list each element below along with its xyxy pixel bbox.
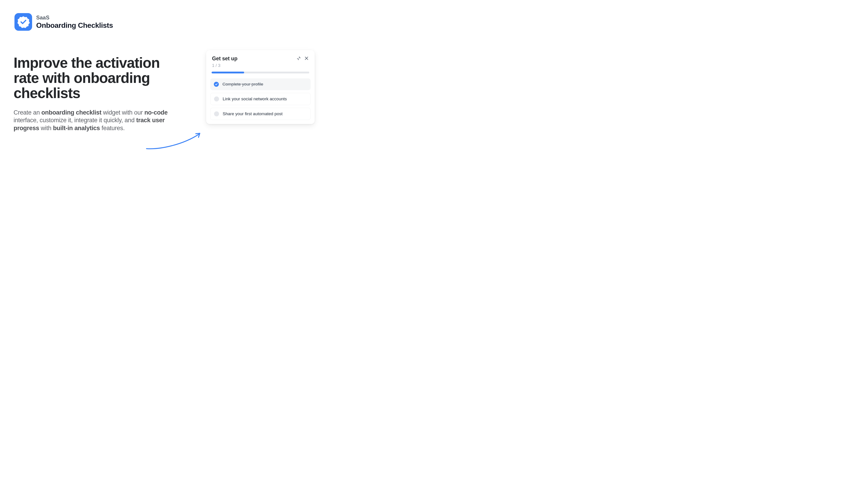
minimize-button[interactable] (297, 56, 301, 61)
widget-header: Get set up (210, 56, 311, 62)
widget-title: Get set up (212, 56, 237, 62)
onboarding-widget: Get set up 1 / 3 Complete your profile (206, 50, 315, 124)
checklist-item-label: Complete your profile (222, 82, 264, 87)
hero-text-bold: built-in analytics (53, 125, 100, 131)
minimize-icon (297, 56, 301, 60)
hero-text-bold: onboarding checklist (41, 109, 101, 116)
brand-text: SaaS Onboarding Checklists (36, 14, 113, 30)
checklist-item-label: Link your social network accounts (223, 96, 287, 101)
close-button[interactable] (304, 56, 309, 61)
close-icon (305, 56, 309, 60)
hero-text-fragment: with (39, 125, 53, 131)
progress-bar (212, 72, 309, 73)
brand-title: Onboarding Checklists (36, 21, 113, 30)
checklist-item-label: Share your first automated post (223, 111, 283, 116)
hero-subtext: Create an onboarding checklist widget wi… (13, 109, 172, 132)
widget-progress-counter: 1 / 3 (210, 63, 311, 68)
checklist-item[interactable]: Complete your profile (210, 78, 311, 90)
check-circle-pending-icon (214, 111, 219, 116)
hero-text-fragment: widget with our (101, 109, 145, 116)
checklist-item[interactable]: Share your first automated post (210, 108, 311, 120)
hero-text-fragment: features. (100, 125, 125, 131)
hero-text-bold: no-code (145, 109, 168, 116)
hero-section: Improve the activation rate with onboard… (13, 55, 185, 132)
logo-icon (14, 13, 32, 31)
hero-text-fragment: interface, customize it, integrate it qu… (13, 117, 136, 124)
widget-controls (297, 56, 309, 61)
brand-header: SaaS Onboarding Checklists (14, 13, 113, 31)
hero-headline: Improve the activation rate with onboard… (13, 55, 185, 101)
curved-arrow-icon (145, 131, 204, 151)
checklist-item[interactable]: Link your social network accounts (210, 93, 311, 105)
hero-text-fragment: Create an (13, 109, 41, 116)
badge-check-icon (17, 15, 30, 29)
progress-fill (212, 72, 244, 73)
checklist: Complete your profile Link your social n… (210, 78, 311, 120)
check-circle-done-icon (214, 82, 219, 87)
brand-subtitle: SaaS (36, 14, 113, 21)
check-circle-pending-icon (214, 96, 219, 101)
